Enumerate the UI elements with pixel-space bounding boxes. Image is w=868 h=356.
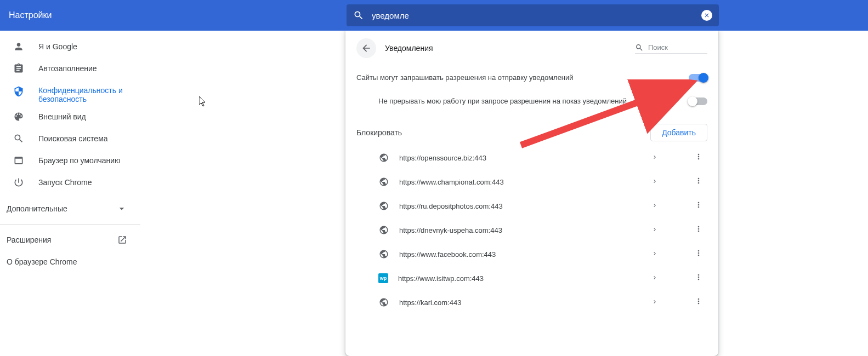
sidebar-item-extensions[interactable]: Расширения	[0, 229, 140, 251]
clear-search-button[interactable]	[701, 10, 712, 21]
chevron-right-icon	[651, 249, 658, 259]
sidebar-advanced-label: Дополнительные	[7, 204, 112, 213]
site-row[interactable]: https://ru.depositphotos.com:443	[345, 194, 718, 218]
site-row[interactable]: wphttps://www.isitwp.com:443	[345, 266, 718, 290]
ask-permission-toggle[interactable]	[689, 74, 707, 82]
browser-icon	[13, 155, 24, 166]
chevron-right-icon	[651, 201, 658, 211]
sidebar-item-label: Браузер по умолчанию	[38, 156, 121, 165]
globe-icon	[378, 225, 389, 236]
sidebar-item-autofill[interactable]: Автозаполнение	[0, 58, 136, 79]
search-icon	[635, 43, 644, 52]
sidebar-item-startup[interactable]: Запуск Chrome	[0, 171, 136, 193]
more-actions-button[interactable]	[690, 297, 707, 308]
chevron-down-icon	[116, 203, 127, 214]
search-icon	[13, 133, 24, 144]
chevron-right-icon	[651, 177, 658, 187]
sidebar-advanced-toggle[interactable]: Дополнительные	[0, 198, 140, 220]
sidebar-item-you-and-google[interactable]: Я и Google	[0, 36, 136, 58]
site-row[interactable]: https://dnevnyk-uspeha.com:443	[345, 218, 718, 242]
sidebar-item-label: Внешний вид	[38, 112, 86, 121]
ask-permission-text: Сайты могут запрашивать разрешения на от…	[356, 73, 689, 82]
globe-icon	[378, 297, 389, 308]
more-actions-button[interactable]	[690, 152, 707, 163]
chevron-right-icon	[651, 273, 658, 283]
panel-title: Уведомления	[385, 44, 626, 53]
wp-icon: wp	[378, 273, 388, 283]
sidebar-item-default-browser[interactable]: Браузер по умолчанию	[0, 150, 136, 171]
sidebar-item-label: Конфиденциальность и безопасность	[38, 86, 123, 104]
quiet-mode-text: Не прерывать мою работу при запросе разр…	[378, 97, 689, 105]
sidebar-item-label: Я и Google	[38, 42, 77, 51]
settings-panel: Уведомления Сайты могут запрашивать разр…	[345, 31, 718, 356]
shield-icon	[13, 86, 24, 97]
more-actions-button[interactable]	[690, 273, 707, 284]
site-url: https://kari.com:443	[399, 298, 642, 307]
sidebar-extensions-label: Расширения	[7, 236, 117, 244]
site-url: https://ru.depositphotos.com:443	[399, 202, 642, 210]
app-title: Настройки	[9, 10, 52, 20]
globe-icon	[378, 176, 389, 187]
header-search-input[interactable]	[372, 11, 701, 20]
quiet-mode-row: Не прерывать мою работу при запросе разр…	[345, 89, 718, 113]
sidebar-item-about[interactable]: О браузере Chrome	[0, 251, 140, 273]
sidebar-item-privacy-security[interactable]: Конфиденциальность и безопасность	[0, 79, 136, 106]
site-row[interactable]: https://kari.com:443	[345, 290, 718, 314]
block-section-title: Блокировать	[356, 128, 650, 137]
arrow-back-icon	[361, 43, 372, 54]
search-icon	[353, 10, 364, 21]
block-section-header: Блокировать Добавить	[345, 113, 718, 146]
site-row[interactable]: https://www.facebook.com:443	[345, 242, 718, 266]
back-button[interactable]	[356, 38, 376, 58]
person-icon	[13, 41, 24, 52]
close-icon	[704, 12, 710, 19]
ask-permission-row: Сайты могут запрашивать разрешения на от…	[345, 66, 718, 89]
sidebar-about-label: О браузере Chrome	[7, 257, 127, 266]
sidebar: Я и Google Автозаполнение Конфиденциальн…	[0, 31, 140, 356]
sidebar-item-label: Поисковая система	[38, 134, 108, 143]
more-actions-button[interactable]	[690, 225, 707, 236]
palette-icon	[13, 111, 24, 122]
sidebar-item-label: Автозаполнение	[38, 64, 97, 73]
site-url: https://www.isitwp.com:443	[398, 274, 642, 283]
sidebar-item-appearance[interactable]: Внешний вид	[0, 106, 136, 128]
chevron-right-icon	[651, 297, 658, 307]
autofill-icon	[13, 63, 24, 74]
header-search[interactable]	[347, 4, 719, 26]
globe-icon	[378, 249, 389, 260]
sidebar-item-label: Запуск Chrome	[38, 178, 92, 187]
power-icon	[13, 177, 24, 188]
site-row[interactable]: https://openssource.biz:443	[345, 146, 718, 170]
app-header: Настройки	[0, 0, 868, 31]
chevron-right-icon	[651, 225, 658, 235]
globe-icon	[378, 200, 389, 211]
add-site-button[interactable]: Добавить	[650, 124, 707, 141]
panel-search-input[interactable]	[648, 43, 707, 51]
more-actions-button[interactable]	[690, 200, 707, 211]
site-url: https://dnevnyk-uspeha.com:443	[399, 226, 642, 234]
quiet-mode-toggle[interactable]	[689, 97, 707, 105]
sidebar-item-search-engine[interactable]: Поисковая система	[0, 128, 136, 150]
site-row[interactable]: https://www.championat.com:443	[345, 170, 718, 194]
site-url: https://openssource.biz:443	[399, 154, 642, 162]
site-url: https://www.championat.com:443	[399, 178, 642, 186]
sidebar-divider	[0, 224, 140, 225]
panel-search[interactable]	[635, 43, 707, 54]
more-actions-button[interactable]	[690, 176, 707, 187]
site-url: https://www.facebook.com:443	[399, 250, 642, 259]
globe-icon	[378, 152, 389, 163]
more-actions-button[interactable]	[690, 249, 707, 260]
chevron-right-icon	[651, 153, 658, 163]
open-external-icon	[117, 235, 127, 245]
panel-header: Уведомления	[345, 31, 718, 66]
